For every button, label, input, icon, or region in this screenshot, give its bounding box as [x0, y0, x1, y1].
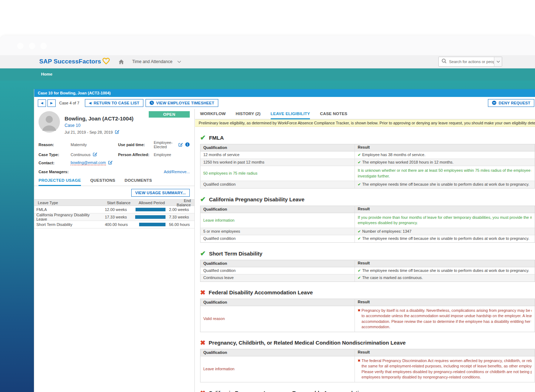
check-icon: ✔ — [200, 134, 206, 141]
next-case-button[interactable]: ▶ — [47, 99, 56, 107]
table-header-row: QualificationResult — [200, 144, 535, 151]
usage-table-header: Leave Type Start Balance Allowed Period … — [34, 199, 194, 206]
qualification-cell: 1250 hrs worked in past 12 months — [200, 159, 355, 166]
qualification-header: Qualification — [200, 260, 355, 267]
contact-email-link[interactable]: bowling@email.com — [71, 160, 106, 165]
check-icon: ✔ — [358, 275, 361, 281]
table-row: 5 or more employees✔Number of employees:… — [200, 228, 535, 236]
result-line: accommodation. — [362, 324, 532, 330]
result-line: investigate further. — [358, 174, 532, 179]
section-federal-disability-accommodation-leave: ✖Federal Disability Accommodation LeaveQ… — [200, 289, 535, 332]
edit-icon[interactable] — [93, 152, 97, 157]
check-icon: ✔ — [358, 160, 361, 165]
module-selector[interactable]: Time and Attendance — [132, 59, 172, 64]
case-detail-column: WORKFLOWHISTORY (2)LEAVE ELIGIBILITYCASE… — [195, 109, 535, 392]
case-number-link[interactable]: Case 10 — [65, 123, 81, 128]
eligibility-table: QualificationResult12 months of service✔… — [200, 144, 535, 189]
edit-icon[interactable] — [115, 129, 119, 135]
usage-table-row: Short Term Disability400.00 hours56.00 h… — [34, 221, 194, 228]
start-balance-cell: 12.00 weeks — [103, 207, 133, 212]
window-close-button[interactable] — [17, 43, 24, 49]
next-arrow-icon: ▶ — [50, 101, 53, 105]
window-titlebar — [0, 36, 535, 55]
result-text: If you provide more than four months of … — [358, 215, 532, 226]
case-toolbar: ◀ ▶ Case 4 of 7 ◀ RETURN TO CASE LIST VI… — [34, 97, 535, 109]
check-icon: ✔ — [200, 196, 206, 203]
usage-bar — [135, 215, 165, 219]
table-row: Valid reason✖Pregnancy by itself is not … — [200, 306, 535, 332]
search-icon — [442, 58, 447, 65]
result-line: accommodation. Please review the case to… — [362, 319, 532, 325]
edit-icon[interactable] — [108, 160, 113, 165]
status-badge: OPEN — [149, 111, 190, 118]
section-short-term-disability: ✔Short Term DisabilityQualificationResul… — [200, 250, 535, 282]
edit-icon[interactable] — [178, 142, 183, 148]
allowed-period-header: Allowed Period — [133, 201, 167, 205]
usage-table-row: FMLA12.00 weeks2.00 weeks — [34, 206, 194, 213]
search-dropdown-button[interactable] — [494, 57, 502, 66]
result-text: Employee has 38 months of service. — [362, 152, 532, 158]
result-cell: ✔The case is marked as continuous. — [355, 274, 535, 282]
nav-home-link[interactable]: Home — [0, 68, 535, 80]
qualification-cell: Valid reason — [200, 306, 355, 332]
x-icon: ✖ — [358, 358, 361, 363]
tab-workflow[interactable]: WORKFLOW — [200, 112, 226, 119]
leave-type-cell: FMLA — [34, 207, 103, 212]
usage-bar — [139, 223, 165, 226]
view-employee-timesheet-button[interactable]: VIEW EMPLOYEE TIMESHEET — [146, 99, 218, 107]
result-line: employees temporarily disabled by nonpre… — [362, 375, 532, 380]
end-balance-header: End Balance — [167, 198, 194, 207]
section-heading: ✔Short Term Disability — [200, 250, 535, 257]
window-zoom-button[interactable] — [40, 43, 47, 49]
window-minimize-button[interactable] — [29, 43, 35, 49]
result-line: The case is marked as continuous. — [362, 275, 532, 281]
end-balance-cell: 7.33 weeks — [167, 215, 194, 219]
check-icon: ✔ — [200, 250, 206, 257]
top-nav-bar: Home — [0, 68, 535, 81]
section-california-pregnancy-leave-as-a-reasonable-accommodation: ✖California Pregnancy Leave as a Reasona… — [200, 390, 535, 392]
qualification-header: Qualification — [200, 144, 355, 151]
x-icon: ✖ — [200, 340, 205, 346]
tab-history-2[interactable]: HISTORY (2) — [236, 112, 261, 119]
return-to-case-list-button[interactable]: ◀ RETURN TO CASE LIST — [85, 99, 143, 107]
eligibility-table: QualificationResultLeave information✖The… — [200, 349, 535, 382]
section-title: FMLA — [209, 135, 224, 141]
check-icon: ✔ — [358, 236, 361, 242]
result-text: Number of employees: 1347 — [362, 229, 532, 234]
allowed-period-cell — [133, 215, 167, 219]
qualification-cell: Qualified condition — [200, 181, 355, 188]
section-title: California Pregnancy Disability Leave — [209, 196, 305, 202]
tab-case-notes[interactable]: CASE NOTES — [320, 112, 347, 119]
result-text: The employee needs time off because she … — [362, 236, 532, 242]
info-icon[interactable] — [185, 142, 190, 148]
qualification-header: Qualification — [200, 299, 355, 306]
result-text: It is unknown whether or not there are a… — [358, 168, 532, 179]
result-cell: ✔The employee needs time off because she… — [355, 267, 535, 274]
result-cell: ✖Pregnancy by itself is not a disability… — [355, 306, 535, 332]
result-text: The case is marked as continuous. — [362, 275, 532, 281]
person-affected-label: Person Affected: — [118, 153, 154, 157]
case-type-value: Continuous — [71, 153, 91, 157]
previous-case-button[interactable]: ◀ — [38, 99, 46, 107]
deny-request-button[interactable]: DENY REQUEST — [488, 99, 534, 107]
timesheet-button-label: VIEW EMPLOYEE TIMESHEET — [156, 101, 214, 105]
tab-leave-eligibility[interactable]: LEAVE ELIGIBILITY — [271, 112, 310, 119]
tab-questions[interactable]: QUESTIONS — [90, 178, 115, 186]
add-remove-managers-link[interactable]: Add/Remove... — [164, 170, 190, 174]
result-line: Number of employees: 1347 — [362, 229, 532, 234]
result-line: the same for all employment-related purp… — [362, 363, 532, 369]
search-input[interactable] — [449, 60, 494, 64]
table-header-row: QualificationResult — [200, 349, 535, 356]
qualification-cell: 5 or more employees — [200, 228, 355, 235]
table-row: Qualified condition✔The employee needs t… — [200, 181, 535, 188]
tab-projected-usage[interactable]: PROJECTED USAGE — [39, 178, 81, 186]
result-line: employees disabled by pregnancy. — [358, 220, 532, 226]
view-usage-summary-button[interactable]: VIEW USAGE SUMMARY... — [131, 189, 190, 197]
table-row: Qualified condition✔The employee needs t… — [200, 235, 535, 242]
table-header-row: QualificationResult — [200, 206, 535, 213]
chevron-down-icon[interactable] — [177, 61, 181, 63]
tab-documents[interactable]: DOCUMENTS — [124, 178, 152, 186]
home-icon[interactable] — [118, 59, 124, 65]
result-cell: ✔The employee needs time off because she… — [355, 181, 535, 188]
allowed-period-cell — [133, 223, 167, 226]
